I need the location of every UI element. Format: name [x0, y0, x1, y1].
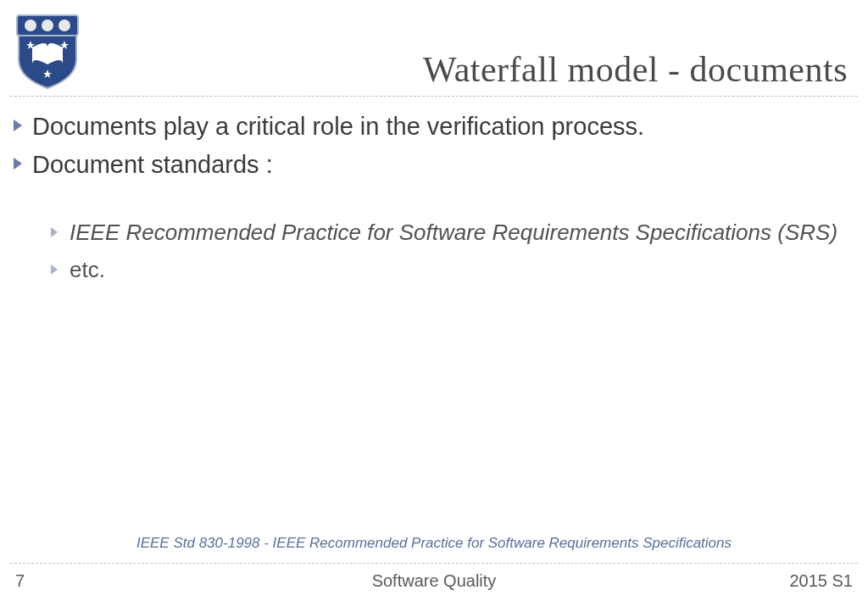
svg-point-3 — [58, 19, 70, 31]
university-logo — [14, 14, 81, 92]
slide-body: Documents play a critical role in the ve… — [12, 110, 851, 293]
footer: 7 Software Quality 2015 S1 — [0, 567, 868, 593]
footer-term: 2015 S1 — [789, 571, 853, 591]
svg-point-2 — [42, 19, 53, 31]
bullet-arrow-icon — [12, 119, 24, 132]
bullet-text: Document standards : — [32, 148, 273, 181]
bullet-arrow-icon — [49, 226, 59, 238]
svg-point-1 — [25, 19, 36, 31]
bullet-arrow-icon — [49, 264, 59, 275]
svg-marker-10 — [51, 227, 58, 237]
sub-bullet-text: IEEE Recommended Practice for Software R… — [70, 219, 837, 248]
bullet-text: Documents play a critical role in the ve… — [32, 110, 644, 143]
bullet-item: Document standards : — [12, 148, 851, 181]
sub-bullet-group: IEEE Recommended Practice for Software R… — [49, 219, 851, 285]
header: Waterfall model - documents — [0, 0, 868, 95]
divider-top — [10, 96, 858, 97]
sub-bullet-item: IEEE Recommended Practice for Software R… — [49, 219, 851, 248]
reference-citation: IEEE Std 830-1998 - IEEE Recommended Pra… — [0, 535, 868, 552]
svg-marker-8 — [14, 120, 22, 131]
svg-marker-11 — [51, 264, 58, 275]
sub-bullet-text: etc. — [70, 256, 105, 285]
slide: Waterfall model - documents Documents pl… — [0, 0, 868, 601]
footer-title: Software Quality — [0, 571, 868, 591]
slide-title: Waterfall model - documents — [423, 49, 848, 90]
svg-marker-9 — [14, 158, 22, 170]
bullet-arrow-icon — [12, 157, 24, 170]
divider-bottom — [10, 563, 858, 564]
bullet-item: Documents play a critical role in the ve… — [12, 110, 851, 143]
sub-bullet-item: etc. — [49, 256, 851, 285]
